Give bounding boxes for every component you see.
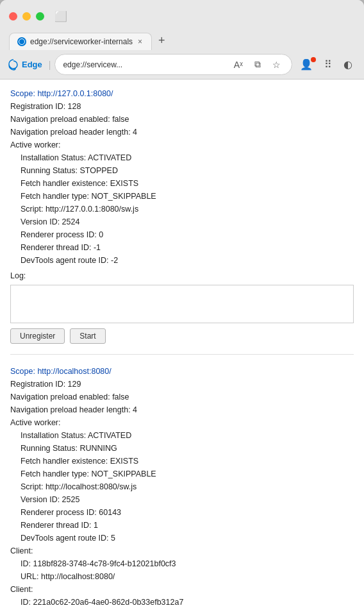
window-controls: ⬜ (9, 8, 355, 25)
close-button[interactable] (9, 12, 17, 21)
tab-close-button[interactable]: × (136, 37, 144, 46)
address-bar[interactable]: edge://servicew... Aᵡ ⧉ ☆ (54, 54, 292, 75)
tab-favicon-icon (17, 37, 26, 46)
client1-url: URL: http://localhost:8080/ (21, 570, 354, 583)
version-id-2: Version ID: 2525 (21, 493, 354, 506)
client1-id: ID: 118bf828-3748-4c78-9fc4-b12021bf0cf3 (21, 557, 354, 570)
nav-bar: Edge | edge://servicew... Aᵡ ⧉ ☆ 👤 ⠿ ◐ (0, 50, 364, 80)
browser-logo-label: Edge (22, 60, 42, 69)
tab-label: edge://serviceworker-internals (30, 37, 133, 46)
notification-badge (311, 57, 316, 62)
unregister-button-1[interactable]: Unregister (10, 328, 65, 344)
install-status-2: Installation Status: ACTIVATED (21, 429, 354, 442)
maximize-button[interactable] (36, 12, 44, 21)
nav-preload-2: Navigation preload enabled: false (10, 391, 354, 403)
install-status-1: Installation Status: ACTIVATED (21, 151, 354, 164)
nav-preload-len-1: Navigation preload header length: 4 (10, 126, 354, 139)
devtools-route-1: DevTools agent route ID: -2 (21, 254, 354, 267)
page-content: Scope: http://127.0.0.1:8080/ Registrati… (0, 80, 364, 608)
browser-logo: Edge (8, 59, 42, 71)
edge-logo-icon (8, 59, 19, 71)
btn-group-1: Unregister Start (10, 328, 354, 344)
log-label-1: Log: (10, 269, 354, 323)
running-status-2: Running Status: RUNNING (21, 442, 354, 455)
renderer-tid-1: Renderer thread ID: -1 (21, 241, 354, 254)
extensions-button[interactable]: ⠿ (320, 56, 336, 72)
log-textarea-1[interactable] (10, 285, 354, 323)
nav-preload-len-2: Navigation preload header length: 4 (10, 403, 354, 416)
renderer-pid-2: Renderer process ID: 60143 (21, 506, 354, 519)
profile-button[interactable]: 👤 (296, 56, 317, 72)
browser-window: ⬜ edge://serviceworker-internals × + Edg… (0, 0, 364, 608)
start-button-1[interactable]: Start (70, 328, 105, 344)
read-aloud-button[interactable]: Aᵡ (231, 58, 246, 72)
version-id-1: Version ID: 2524 (21, 215, 354, 228)
split-screen-icon: ⧉ (254, 59, 261, 69)
split-screen-button[interactable]: ⧉ (251, 57, 264, 72)
client-label-1: Client: (10, 545, 354, 557)
script-1: Script: http://127.0.0.1:8080/sw.js (21, 203, 354, 215)
star-icon: ☆ (272, 60, 281, 70)
minimize-button[interactable] (22, 12, 31, 21)
scope-link-2[interactable]: Scope: http://localhost:8080/ (10, 367, 112, 376)
read-aloud-icon: Aᵡ (234, 60, 243, 70)
section-1: Scope: http://127.0.0.1:8080/ Registrati… (10, 87, 354, 355)
client-label-2: Client: (10, 583, 354, 596)
sidebar-toggle-button[interactable]: ⬜ (49, 8, 72, 25)
title-bar: ⬜ edge://serviceworker-internals × + (0, 0, 364, 50)
active-worker-label-2: Active worker: (10, 416, 354, 429)
reg-id-1: Registration ID: 128 (10, 100, 354, 113)
active-worker-label-1: Active worker: (10, 139, 354, 151)
reg-id-2: Registration ID: 129 (10, 378, 354, 391)
copilot-icon: ◐ (343, 59, 352, 70)
renderer-tid-2: Renderer thread ID: 1 (21, 519, 354, 532)
nav-preload-1: Navigation preload enabled: false (10, 113, 354, 126)
scope-link-1[interactable]: Scope: http://127.0.0.1:8080/ (10, 89, 113, 98)
fetch-type-2: Fetch handler type: NOT_SKIPPABLE (21, 468, 354, 480)
active-tab[interactable]: edge://serviceworker-internals × (9, 33, 152, 50)
running-status-1: Running Status: STOPPED (21, 164, 354, 177)
favorites-button[interactable]: ☆ (269, 58, 284, 72)
fetch-handler-1: Fetch handler existence: EXISTS (21, 177, 354, 190)
fetch-type-1: Fetch handler type: NOT_SKIPPABLE (21, 190, 354, 203)
tab-bar: edge://serviceworker-internals × + (9, 31, 355, 50)
nav-divider: | (49, 60, 51, 70)
section-2: Scope: http://localhost:8080/ Registrati… (10, 365, 354, 608)
script-2: Script: http://localhost:8080/sw.js (21, 480, 354, 493)
extensions-icon: ⠿ (324, 59, 332, 70)
copilot-button[interactable]: ◐ (340, 56, 356, 72)
new-tab-button[interactable]: + (153, 31, 170, 50)
client2-id: ID: 221a0c62-20a6-4ae0-862d-0b33efb312a7 (21, 596, 354, 608)
devtools-route-2: DevTools agent route ID: 5 (21, 532, 354, 545)
address-text: edge://servicew... (63, 60, 225, 69)
renderer-pid-1: Renderer process ID: 0 (21, 228, 354, 241)
fetch-handler-2: Fetch handler existence: EXISTS (21, 455, 354, 468)
